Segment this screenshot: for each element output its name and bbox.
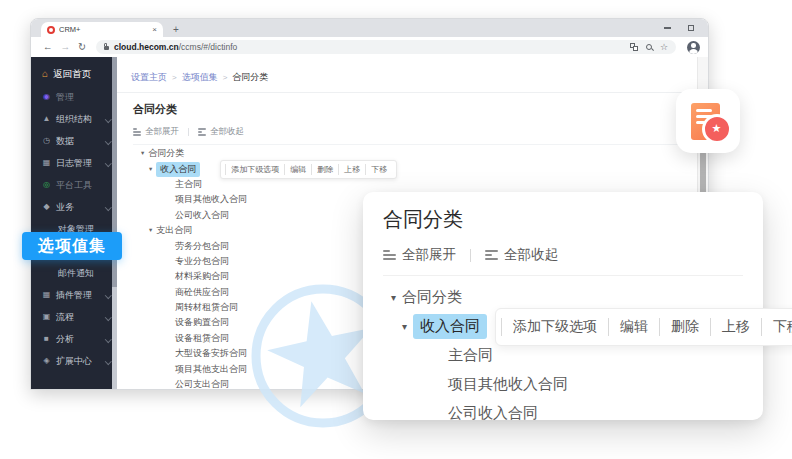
sidebar-item[interactable]: ◈ 扩展中心 xyxy=(31,350,117,372)
divider xyxy=(133,144,694,145)
expand-all-label: 全部展开 xyxy=(145,126,179,138)
tree-controls: 全部展开 全部收起 xyxy=(133,126,708,138)
expand-all-button[interactable]: 全部展开 xyxy=(133,126,179,138)
toolbar-action[interactable]: 添加下级选项 xyxy=(225,164,284,175)
income-children: 主合同项目其他收入合同公司收入合同 xyxy=(383,341,743,428)
collapse-all-button[interactable]: 全部收起 xyxy=(198,126,244,138)
breadcrumb-separator: > xyxy=(223,73,228,82)
browser-tab[interactable]: CRM+ × xyxy=(41,22,163,37)
caret-down-icon[interactable]: ▾ xyxy=(391,293,396,303)
toolbar-action[interactable]: 上移 xyxy=(338,164,365,175)
toolbar-action[interactable]: 添加下级选项 xyxy=(501,318,608,336)
sidebar-item-icon: ◷ xyxy=(42,137,51,145)
divider xyxy=(470,249,471,262)
breadcrumb-link-option-sets[interactable]: 选项值集 xyxy=(182,71,218,84)
collapse-all-icon xyxy=(198,128,206,136)
selected-node-chip[interactable]: 收入合同 xyxy=(156,162,200,177)
sidebar-item-icon: ▦ xyxy=(42,291,51,299)
sidebar-item-label: 管理 xyxy=(56,91,74,104)
sidebar-item-label: 流程 xyxy=(56,311,74,324)
sidebar-item[interactable]: ◷ 数据 xyxy=(31,130,117,152)
refresh-button[interactable]: ↻ xyxy=(78,42,86,52)
collapse-all-button[interactable]: 全部收起 xyxy=(485,246,558,264)
sidebar-item-icon: ◈ xyxy=(42,357,51,365)
address-bar: ← → ↻ cloud.hecom.cn/ccms/#/dictinfo ☆ xyxy=(31,37,708,58)
toolbar-action[interactable]: 下移 xyxy=(365,164,392,175)
tree-node-label: 合同分类 xyxy=(402,288,462,307)
lock-icon xyxy=(104,46,109,50)
tree-leaf[interactable]: 项目其他收入合同 xyxy=(383,370,743,399)
translate-icon[interactable] xyxy=(630,43,638,51)
overlay-title: 合同分类 xyxy=(383,206,743,233)
home-icon: ⌂ xyxy=(42,69,48,79)
toolbar-action[interactable]: 删除 xyxy=(659,318,710,336)
sidebar-item[interactable]: ■ 分析 xyxy=(31,328,117,350)
sidebar-item-icon: ◎ xyxy=(42,181,51,189)
tab-title: CRM+ xyxy=(59,25,148,34)
tree-leaf[interactable]: 公司收入合同 xyxy=(383,399,743,428)
sidebar-item-icon: ■ xyxy=(42,335,51,343)
toolbar-action[interactable]: 编辑 xyxy=(284,164,311,175)
toolbar-action[interactable]: 删除 xyxy=(311,164,338,175)
doc-star-card: ★ xyxy=(676,89,740,153)
callout-option-set[interactable]: 选项值集 xyxy=(22,232,122,260)
sidebar-item-label: 组织结构 xyxy=(56,113,92,126)
document-icon: ★ xyxy=(691,103,720,140)
chevron-down-icon xyxy=(105,336,111,342)
sidebar-item-label: 日志管理 xyxy=(56,157,92,170)
tree-node-income[interactable]: ▾ 收入合同 添加下级选项编辑删除上移下移 xyxy=(133,161,708,176)
toolbar-action[interactable]: 下移 xyxy=(761,318,792,336)
minimize-button[interactable] xyxy=(664,27,671,28)
sidebar-item[interactable]: ◆ 业务 xyxy=(31,196,117,218)
new-tab-button[interactable]: + xyxy=(173,25,179,35)
sidebar-item[interactable]: ▲ 组织结构 xyxy=(31,108,117,130)
sidebar-item-label: 分析 xyxy=(56,333,74,346)
forward-button[interactable]: → xyxy=(61,42,71,52)
node-action-toolbar: 添加下级选项编辑删除上移下移 xyxy=(495,308,792,346)
sidebar-item[interactable]: ◎ 平台工具 xyxy=(31,174,117,196)
chevron-down-icon xyxy=(105,358,111,364)
tree-node-income[interactable]: ▾ 收入合同 添加下级选项编辑删除上移下移 xyxy=(383,312,743,341)
tab-close-icon[interactable]: × xyxy=(152,26,157,34)
breadcrumb-link-settings-home[interactable]: 设置主页 xyxy=(131,71,167,84)
caret-down-icon[interactable]: ▾ xyxy=(149,227,152,234)
chevron-down-icon xyxy=(105,160,111,166)
zoom-icon[interactable] xyxy=(646,44,652,50)
sidebar-item-icon: ◉ xyxy=(42,93,51,101)
url-actions: ☆ xyxy=(630,43,668,52)
caret-down-icon[interactable]: ▾ xyxy=(402,322,407,332)
tab-strip: CRM+ × + xyxy=(31,19,708,37)
expand-all-button[interactable]: 全部展开 xyxy=(383,246,456,264)
sidebar-item-icon: ▦ xyxy=(42,159,51,167)
caret-down-icon[interactable]: ▾ xyxy=(141,150,144,157)
sidebar-item[interactable]: ▦ 日志管理 xyxy=(31,152,117,174)
divider xyxy=(117,92,708,93)
overlay-category-tree: ▾ 合同分类 ▾ 收入合同 添加下级选项编辑删除上移下移 主合同项目其他收入合同… xyxy=(383,283,743,428)
breadcrumb-current: 合同分类 xyxy=(232,71,268,84)
tree-leaf[interactable]: 主合同 xyxy=(133,177,708,192)
sidebar-item[interactable]: ▣ 流程 xyxy=(31,306,117,328)
sidebar-item[interactable]: 邮件通知 xyxy=(31,262,117,284)
collapse-all-icon xyxy=(485,250,498,260)
divider xyxy=(188,128,189,136)
collapse-all-label: 全部收起 xyxy=(210,126,244,138)
back-button[interactable]: ← xyxy=(43,42,53,52)
maximize-button[interactable] xyxy=(688,25,694,31)
sidebar-item-home[interactable]: ⌂ 返回首页 xyxy=(31,62,117,86)
zoom-overlay-panel: 合同分类 全部展开 全部收起 ▾ 合同分类 ▾ 收入合同 添加下级选项编辑删除上… xyxy=(363,192,763,420)
profile-avatar[interactable] xyxy=(687,41,700,54)
url-field[interactable]: cloud.hecom.cn/ccms/#/dictinfo ☆ xyxy=(96,40,676,54)
sidebar-item-icon: ▣ xyxy=(42,313,51,321)
toolbar-action[interactable]: 编辑 xyxy=(608,318,659,336)
sidebar-item-label: 业务 xyxy=(56,201,74,214)
collapse-all-label: 全部收起 xyxy=(504,246,558,264)
caret-down-icon[interactable]: ▾ xyxy=(149,166,152,173)
sidebar-item[interactable]: ▦ 插件管理 xyxy=(31,284,117,306)
sidebar-item[interactable]: ◉ 管理 xyxy=(31,86,117,108)
toolbar-action[interactable]: 上移 xyxy=(710,318,761,336)
tree-node-label: 合同分类 xyxy=(148,147,184,160)
selected-node-chip[interactable]: 收入合同 xyxy=(413,314,487,339)
bookmark-star-icon[interactable]: ☆ xyxy=(660,43,668,52)
url-path: /ccms/#/dictinfo xyxy=(179,42,238,52)
tree-node-root[interactable]: ▾ 合同分类 xyxy=(133,146,708,161)
